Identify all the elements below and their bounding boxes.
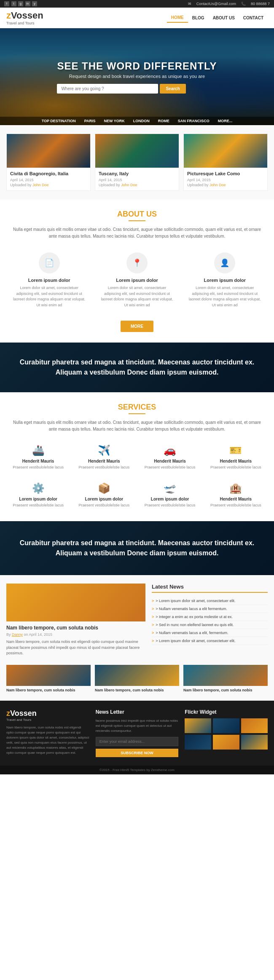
service-8: 🏨 Henderit Mauris Praesent vestibulolels… <box>206 479 266 511</box>
service-7: 🛫 Lorem ipsum dolor Praesent vestibulole… <box>140 479 200 511</box>
service-7-title: Lorem ipsum dolor <box>144 497 196 501</box>
linkedin-icon[interactable]: in <box>25 1 30 6</box>
service-8-icon: 🏨 <box>210 482 262 494</box>
card-3-title: Picturesque Lake Como <box>187 171 264 176</box>
flickr-thumb-6[interactable] <box>241 735 268 750</box>
service-3-text: Praesent vestibulolelstie lacus <box>144 465 196 469</box>
googleplus-icon[interactable]: g <box>18 1 23 6</box>
footer-brand-col: zVossen Travel and Tours Nam libero temp… <box>6 709 89 757</box>
blog-main-meta: By Danny on April 14, 2015 <box>6 632 145 637</box>
feature-2: 📍 Lorem ipsum dolor Lorem dolor sit amet… <box>96 248 177 312</box>
footer-logo-vossen: Vossen <box>10 709 37 718</box>
feature-3-icon: 👤 <box>214 252 235 273</box>
service-7-text: Praesent vestibulolelstie lacus <box>144 503 196 507</box>
blog-date: April 14, 2015 <box>29 632 53 637</box>
hero-section: SEE THE WORD DIFFERENTLY Request design … <box>0 28 274 125</box>
service-7-icon: 🛫 <box>144 482 196 494</box>
hero-search: Search <box>57 84 217 94</box>
hero-nav-newyork[interactable]: NEW YORK <box>99 117 129 125</box>
hero-nav: TOP DESTINATION PARIS NEW YORK LONDON RO… <box>0 117 274 125</box>
flickr-title: Flickr Widget <box>185 709 268 715</box>
hero-nav-london[interactable]: LONDON <box>129 117 154 125</box>
service-2-icon: ✈️ <box>78 444 130 456</box>
more-button[interactable]: MORE <box>121 321 153 332</box>
feature-1-text: Lorem dolor sit amet, consectetuer adipi… <box>13 285 86 308</box>
service-3-icon: 🚗 <box>144 444 196 456</box>
blog-sidebar: Latest News > Lorem ipsum dolor sit amet… <box>152 584 268 656</box>
latest-news-title: Latest News <box>152 584 268 593</box>
phone-icon: 📞 <box>241 2 246 6</box>
thumb-1-title: Nam libero tempore, cum soluta nobis <box>6 688 91 692</box>
facebook-icon[interactable]: f <box>4 1 9 6</box>
feature-2-title: Lorem ipsum dolor <box>100 278 173 283</box>
nav-home[interactable]: HOME <box>167 13 188 23</box>
service-3-title: Henderit Mauris <box>144 459 196 463</box>
service-4-icon: 🎫 <box>210 444 262 456</box>
flickr-thumb-2[interactable] <box>213 718 239 733</box>
services-desc: Nulla eget mauris quis elit mollis ornar… <box>8 419 266 433</box>
services-section: SERVICES Nulla eget mauris quis elit mol… <box>0 392 274 521</box>
flickr-grid <box>185 718 268 750</box>
blog-author-link[interactable]: Danny <box>12 632 23 637</box>
contact-email: ContactUs@Gmail.com <box>196 2 236 6</box>
hero-nav-rome[interactable]: ROME <box>154 117 174 125</box>
card-1-author-link[interactable]: John Doe <box>32 183 49 187</box>
newsletter-text: facere possimus inici impedit quo minus … <box>96 718 179 734</box>
service-4: 🎫 Henderit Mauris Praesent vestibulolels… <box>206 441 266 473</box>
card-3-author: Uploaded by John Doe <box>187 183 264 187</box>
about-title: ABOUT US <box>8 210 266 219</box>
newsletter-input[interactable] <box>96 737 179 746</box>
twitter-icon[interactable]: t <box>11 1 16 6</box>
search-button[interactable]: Search <box>160 84 185 94</box>
contact-phone: 80 88688 7 <box>251 2 270 6</box>
flickr-thumb-5[interactable] <box>213 735 239 750</box>
service-5-text: Praesent vestibulolelstie lacus <box>12 503 64 507</box>
feature-2-text: Lorem dolor sit amet, consectetuer adipi… <box>100 285 173 308</box>
card-1-date: April 14, 2015 <box>10 178 87 182</box>
hero-nav-top-dest[interactable]: TOP DESTINATION <box>38 117 80 125</box>
services-title: SERVICES <box>8 403 266 412</box>
thumb-2-title: Nam libero tempore, cum soluta nobis <box>95 688 179 692</box>
feature-1-title: Lorem ipsum dolor <box>13 278 86 283</box>
service-4-title: Henderit Mauris <box>210 459 262 463</box>
card-1-title: Civita di Bagnoregio, Italia <box>10 171 87 176</box>
footer-logo-sub: Travel and Tours <box>6 718 89 722</box>
service-6-text: Praesent vestibulolelstie lacus <box>78 503 130 507</box>
hero-nav-more[interactable]: MORE... <box>214 117 237 125</box>
main-nav: HOME BLOG ABOUT US CONTACT <box>167 13 268 23</box>
services-divider <box>129 413 145 414</box>
youtube-icon[interactable]: y <box>32 1 37 6</box>
subscribe-button[interactable]: SUBSCRIBE NOW <box>96 749 179 757</box>
search-input[interactable] <box>57 84 158 94</box>
hero-nav-sf[interactable]: SAN FRANCISCO <box>174 117 214 125</box>
feature-1: 📄 Lorem ipsum dolor Lorem dolor sit amet… <box>8 248 90 312</box>
nav-about[interactable]: ABOUT US <box>209 13 239 22</box>
services-grid: 🚢 Henderit Mauris Praesent vestibulolels… <box>8 441 266 511</box>
service-8-text: Praesent vestibulolelstie lacus <box>210 503 262 507</box>
quote-2-text: Curabitur pharetra sed magna at tincidun… <box>13 538 261 558</box>
footer-newsletter-col: News Letter facere possimus inici impedi… <box>96 709 179 757</box>
logo-vossen: Vossen <box>11 10 43 21</box>
hero-subtitle: Request design and book travel experienc… <box>57 74 217 79</box>
blog-main-text: Nam libero tempore, cum soluta nobis est… <box>6 639 145 656</box>
hero-nav-paris[interactable]: PARIS <box>80 117 100 125</box>
feature-3-title: Lorem ipsum dolor <box>188 278 261 283</box>
card-3-author-link[interactable]: John Doe <box>210 183 226 187</box>
service-2: ✈️ Henderit Mauris Praesent vestibulolel… <box>74 441 134 473</box>
email-icon: ✉ <box>188 2 191 6</box>
logo: zVossen Travel and Tours <box>6 10 43 25</box>
flickr-thumb-4[interactable] <box>185 735 211 750</box>
blog-main: Nam libero tempore, cum soluta nobis By … <box>6 584 145 656</box>
feature-2-icon: 📍 <box>126 252 148 273</box>
nav-blog[interactable]: BLOG <box>188 13 209 22</box>
flickr-thumb-1[interactable] <box>185 718 211 733</box>
card-2-title: Tuscany, Italy <box>99 171 175 176</box>
footer-logo-z: z <box>6 709 10 718</box>
nav-contact[interactable]: CONTACT <box>239 13 268 22</box>
flickr-thumb-3[interactable] <box>241 718 268 733</box>
quote-banner-2: Curabitur pharetra sed magna at tincidun… <box>0 521 274 575</box>
service-2-title: Henderit Mauris <box>78 459 130 463</box>
card-2-author-link[interactable]: John Doe <box>121 183 137 187</box>
news-item-4: > Sed in nunc non eleifend laoreet eu qu… <box>152 621 268 629</box>
thumb-3-title: Nam libero tempore, cum soluta nobis <box>183 688 268 692</box>
